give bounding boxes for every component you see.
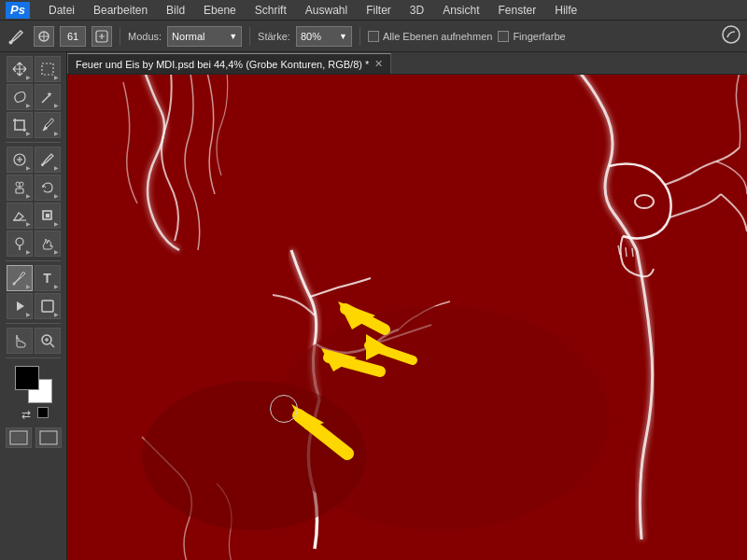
color-swatch-area: ⇄ — [2, 362, 64, 426]
brush-toggle-icon[interactable] — [92, 26, 112, 47]
zoom-tool[interactable] — [35, 328, 61, 354]
tab-bar: Feuer und Eis by MDI.psd bei 44,4% (Grob… — [67, 52, 747, 75]
tool-row-8: ▶ T ▶ — [2, 265, 64, 291]
dodge-tool[interactable]: ▶ — [7, 231, 33, 257]
main-area: ▶ ▶ ▶ ▶ ▶ ▶ — [0, 52, 747, 560]
swap-colors-btn[interactable]: ⇄ — [19, 407, 34, 422]
hand-tool[interactable] — [7, 328, 33, 354]
toolbar-sep-2 — [249, 27, 250, 46]
eyedropper-tool-arrow: ▶ — [54, 130, 59, 136]
canvas-tab-close[interactable]: ✕ — [374, 58, 383, 70]
tool-row-3: ▶ ▶ — [2, 112, 64, 138]
toolbox-bottom — [2, 427, 64, 448]
alle-ebenen-checkbox[interactable] — [368, 31, 379, 42]
tablet-icon[interactable] — [721, 24, 741, 48]
crop-tool-arrow: ▶ — [26, 130, 31, 136]
tool-row-1: ▶ ▶ — [2, 56, 64, 82]
menu-hilfe[interactable]: Hilfe — [551, 2, 581, 19]
svg-rect-4 — [42, 63, 53, 75]
svg-line-21 — [50, 343, 54, 347]
shape-tool-arrow: ▶ — [54, 311, 59, 317]
move-tool[interactable]: ▶ — [7, 56, 33, 82]
eyedropper-tool[interactable]: ▶ — [35, 112, 61, 138]
marquee-tool-arrow: ▶ — [54, 74, 59, 80]
reset-colors-btn[interactable] — [37, 407, 49, 418]
menubar: Ps Datei Bearbeiten Bild Ebene Schrift A… — [0, 0, 747, 21]
svg-point-3 — [723, 26, 740, 43]
lasso-tool-arrow: ▶ — [26, 102, 31, 108]
lasso-tool[interactable]: ▶ — [7, 84, 33, 110]
artwork-svg — [67, 75, 747, 560]
fill-tool[interactable]: ▶ — [35, 203, 61, 229]
tool-row-6: ▶ ▶ — [2, 203, 64, 229]
healing-tool[interactable]: ▶ — [7, 147, 33, 173]
canvas-tab[interactable]: Feuer und Eis by MDI.psd bei 44,4% (Grob… — [67, 53, 391, 74]
pen-tool-arrow: ▶ — [26, 283, 31, 289]
pen-tool[interactable]: ▶ — [7, 265, 33, 291]
history-tool[interactable]: ▶ — [35, 175, 61, 201]
svg-line-5 — [15, 99, 16, 101]
staerke-dropdown[interactable]: 80% ▼ — [296, 26, 352, 47]
tool-row-10 — [2, 328, 64, 354]
toolbox-div-2 — [6, 260, 61, 261]
brush-tool-arrow: ▶ — [54, 164, 59, 171]
magic-wand-tool[interactable]: ▶ — [35, 84, 61, 110]
modus-label: Modus: — [128, 31, 162, 42]
svg-rect-26 — [40, 431, 57, 444]
fill-tool-arrow: ▶ — [54, 220, 59, 227]
menu-ansicht[interactable]: Ansicht — [439, 2, 483, 19]
alle-ebenen-group: Alle Ebenen aufnehmen — [368, 31, 492, 42]
tool-row-4: ▶ ▶ — [2, 147, 64, 173]
menu-fenster[interactable]: Fenster — [495, 2, 541, 19]
canvas-area: Feuer und Eis by MDI.psd bei 44,4% (Grob… — [67, 52, 747, 560]
alle-ebenen-label: Alle Ebenen aufnehmen — [383, 31, 492, 42]
shape-tool[interactable]: ▶ — [35, 293, 61, 319]
brush-tool[interactable]: ▶ — [35, 147, 61, 173]
menu-auswahl[interactable]: Auswahl — [302, 2, 351, 19]
brush-size-input[interactable]: 61 — [60, 26, 86, 47]
toolbox: ▶ ▶ ▶ ▶ ▶ ▶ — [0, 52, 67, 560]
canvas-container — [67, 75, 747, 560]
tool-row-9: ▶ ▶ — [2, 293, 64, 319]
fingerfarbe-checkbox[interactable] — [498, 31, 509, 42]
menu-schrift[interactable]: Schrift — [251, 2, 290, 19]
staerke-dropdown-arrow: ▼ — [339, 32, 347, 41]
eraser-tool[interactable]: ▶ — [7, 203, 33, 229]
svg-rect-11 — [16, 189, 23, 193]
quick-mask-btn[interactable] — [6, 427, 32, 448]
path-select-tool[interactable]: ▶ — [7, 293, 33, 319]
type-tool-arrow: ▶ — [54, 283, 59, 289]
screen-mode-btn[interactable] — [35, 427, 62, 448]
svg-point-31 — [142, 381, 366, 530]
type-tool[interactable]: T ▶ — [35, 265, 61, 291]
healing-tool-arrow: ▶ — [26, 164, 31, 171]
path-select-tool-arrow: ▶ — [26, 311, 31, 317]
menu-datei[interactable]: Datei — [45, 2, 78, 19]
menu-ebene[interactable]: Ebene — [200, 2, 240, 19]
menu-3d[interactable]: 3D — [406, 2, 428, 19]
marquee-tool[interactable]: ▶ — [35, 56, 61, 82]
menu-bearbeiten[interactable]: Bearbeiten — [90, 2, 151, 19]
svg-point-10 — [41, 163, 44, 166]
move-tool-arrow: ▶ — [26, 74, 31, 80]
menu-bild[interactable]: Bild — [162, 2, 189, 19]
crop-tool[interactable]: ▶ — [7, 112, 33, 138]
modus-dropdown[interactable]: Normal ▼ — [167, 26, 242, 47]
foreground-color-swatch[interactable] — [15, 366, 39, 390]
ps-logo: Ps — [6, 2, 30, 19]
history-tool-arrow: ▶ — [54, 192, 59, 199]
magic-wand-tool-arrow: ▶ — [54, 102, 59, 108]
artwork — [67, 75, 747, 560]
stamp-tool-arrow: ▶ — [26, 192, 31, 199]
tool-row-5: ▶ ▶ — [2, 175, 64, 201]
svg-rect-18 — [42, 301, 53, 312]
burn-tool[interactable]: ▶ — [35, 231, 61, 257]
stamp-tool[interactable]: ▶ — [7, 175, 33, 201]
fingerfarbe-group: Fingerfarbe — [498, 31, 565, 42]
brush-tool-icon — [6, 25, 28, 48]
modus-dropdown-arrow: ▼ — [229, 32, 237, 41]
menu-filter[interactable]: Filter — [362, 2, 395, 19]
svg-rect-25 — [12, 433, 25, 442]
brush-preset-btn[interactable] — [34, 26, 54, 47]
canvas-tab-label: Feuer und Eis by MDI.psd bei 44,4% (Grob… — [76, 59, 369, 70]
